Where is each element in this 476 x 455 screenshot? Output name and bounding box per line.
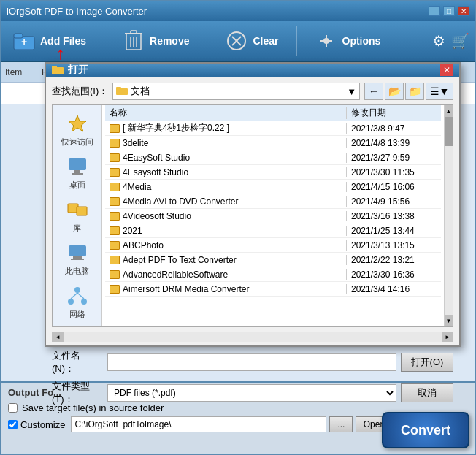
desktop-icon xyxy=(66,155,89,178)
svg-rect-26 xyxy=(73,256,82,259)
filetype-label: 文件类型(T)： xyxy=(52,380,103,406)
vertical-scrollbar[interactable]: ▲ ▼ xyxy=(444,105,453,326)
folder-icon xyxy=(116,86,128,96)
list-item[interactable]: ABCPhoto 2021/3/13 13:15 xyxy=(105,238,441,253)
list-item[interactable]: Adept PDF To Text Converter 2021/2/22 13… xyxy=(105,253,441,267)
list-item[interactable]: 4Media 2021/4/15 16:06 xyxy=(105,180,441,194)
list-item[interactable]: 2021 2021/1/25 13:44 xyxy=(105,223,441,238)
name-column-header: 名称 xyxy=(105,107,346,119)
cart-icon-btn[interactable]: 🛒 xyxy=(451,32,469,50)
svg-text:+: + xyxy=(21,36,27,47)
horizontal-scrollbar[interactable]: ◄ ► xyxy=(52,332,453,342)
file-name: 4Videosoft Studio xyxy=(123,211,191,221)
location-value: 文档 xyxy=(131,85,150,98)
svg-point-28 xyxy=(74,287,80,293)
list-item[interactable]: 4Esaysoft Studio 2021/3/30 11:35 xyxy=(105,165,441,180)
filetype-row: 文件类型(T)： PDF files (*.pdf) 取消 xyxy=(52,380,453,406)
toolbar: + Add Files Remove xyxy=(1,21,475,62)
network-icon xyxy=(66,284,89,307)
location-select[interactable]: 文档 ▼ xyxy=(112,83,360,100)
file-name: 4Esaysoft Studio xyxy=(123,167,188,177)
library-item[interactable]: 库 xyxy=(55,196,99,236)
file-date: 2021/3/30 16:36 xyxy=(346,269,441,280)
add-files-button[interactable]: + Add Files xyxy=(7,26,92,56)
settings-icon-btn[interactable]: ⚙ xyxy=(432,32,445,50)
clear-button[interactable]: Clear xyxy=(219,26,284,56)
list-item[interactable]: 4Videosoft Studio 2021/3/16 13:38 xyxy=(105,209,441,223)
desktop-item[interactable]: 桌面 xyxy=(55,153,99,193)
convert-button[interactable]: Convert xyxy=(382,412,469,448)
file-date: 2021/2/22 13:21 xyxy=(346,255,441,265)
folder-icon xyxy=(110,139,120,148)
folder-icon xyxy=(110,226,120,235)
list-item[interactable]: 4EasySoft Studio 2021/3/27 9:59 xyxy=(105,150,441,165)
file-name: Adept PDF To Text Converter xyxy=(123,255,237,265)
maximize-button[interactable]: □ xyxy=(443,6,455,16)
svg-rect-21 xyxy=(74,170,80,173)
dialog-close-button[interactable]: ✕ xyxy=(440,64,453,76)
file-list[interactable]: 名称 修改日期 [ 新华字典4秒1步检字0.22 ] 2021/3/8 9:47… xyxy=(105,105,441,326)
folder-icon xyxy=(110,124,120,133)
desktop-label: 桌面 xyxy=(69,180,85,191)
file-browser: 快速访问 桌面 xyxy=(52,104,453,327)
svg-point-30 xyxy=(81,299,87,305)
svg-rect-16 xyxy=(52,66,57,69)
path-input[interactable] xyxy=(71,416,326,432)
save-source-checkbox[interactable] xyxy=(8,403,18,413)
open-file-dialog: 打开 ✕ 查找范围(I)： 文档 ▼ ← 📂 📁 xyxy=(45,62,461,347)
customize-checkbox[interactable] xyxy=(8,420,18,429)
file-rows: [ 新华字典4秒1步检字0.22 ] 2021/3/8 9:47 3delite… xyxy=(105,121,441,297)
list-item[interactable]: 3delite 2021/4/8 13:39 xyxy=(105,136,441,150)
file-name: 2021 xyxy=(123,226,142,236)
network-label: 网络 xyxy=(69,309,85,320)
dialog-folder-icon xyxy=(52,64,64,76)
minimize-button[interactable]: – xyxy=(429,6,440,16)
svg-point-29 xyxy=(68,299,74,305)
file-name: AdvancedReliableSoftware xyxy=(123,269,228,280)
folder-icon xyxy=(110,183,120,191)
clear-label: Clear xyxy=(253,35,278,47)
back-button[interactable]: ← xyxy=(364,83,383,100)
folder-icon xyxy=(110,285,120,294)
filename-row: 文件名(N)： 打开(O) xyxy=(52,349,453,375)
red-arrow-indicator: ↑ xyxy=(56,43,65,64)
col-item: Item xyxy=(1,62,37,82)
dialog-open-button[interactable]: 打开(O) xyxy=(401,353,453,372)
computer-label: 此电脑 xyxy=(65,266,89,277)
customize-label: Customize xyxy=(20,419,65,430)
computer-item[interactable]: 此电脑 xyxy=(55,239,99,279)
view-button[interactable]: ☰▼ xyxy=(426,83,453,100)
list-item[interactable]: 4Media AVI to DVD Converter 2021/4/9 15:… xyxy=(105,194,441,209)
network-item[interactable]: 网络 xyxy=(55,282,99,322)
location-label: 查找范围(I)： xyxy=(52,85,108,98)
list-item[interactable]: AdvancedReliableSoftware 2021/3/30 16:36 xyxy=(105,267,441,282)
file-date: 2021/3/4 14:16 xyxy=(346,284,441,294)
dialog-title-text: 打开 xyxy=(68,64,88,77)
up-button[interactable]: 📂 xyxy=(385,83,404,100)
filename-input[interactable] xyxy=(107,353,396,371)
list-item[interactable]: Aimersoft DRM Media Converter 2021/3/4 1… xyxy=(105,282,441,297)
date-column-header: 修改日期 xyxy=(346,107,441,119)
file-date: 2021/4/9 15:56 xyxy=(346,196,441,207)
remove-label: Remove xyxy=(150,35,189,47)
quick-access-item[interactable]: 快速访问 xyxy=(55,110,99,150)
remove-button[interactable]: Remove xyxy=(116,26,195,56)
dialog-cancel-button[interactable]: 取消 xyxy=(401,383,453,402)
file-name: 4EasySoft Studio xyxy=(123,153,190,163)
file-date: 2021/3/13 13:15 xyxy=(346,240,441,251)
folder-icon xyxy=(110,153,120,162)
file-name: 3delite xyxy=(123,138,148,148)
close-button[interactable]: ✕ xyxy=(458,6,469,16)
filetype-select[interactable]: PDF files (*.pdf) xyxy=(107,384,396,402)
browse-button[interactable]: ... xyxy=(329,416,353,432)
file-date: 2021/1/25 13:44 xyxy=(346,226,441,236)
list-item[interactable]: [ 新华字典4秒1步检字0.22 ] 2021/3/8 9:47 xyxy=(105,121,441,136)
options-button[interactable]: Options xyxy=(309,26,387,56)
new-folder-button[interactable]: 📁 xyxy=(405,83,424,100)
file-list-header: 名称 修改日期 xyxy=(105,105,441,121)
scroll-thumb[interactable] xyxy=(445,117,453,146)
add-files-icon: + xyxy=(12,29,36,53)
folder-icon xyxy=(110,197,120,206)
svg-rect-22 xyxy=(72,173,83,175)
dialog-content: 查找范围(I)： 文档 ▼ ← 📂 📁 ☰▼ xyxy=(46,77,459,412)
